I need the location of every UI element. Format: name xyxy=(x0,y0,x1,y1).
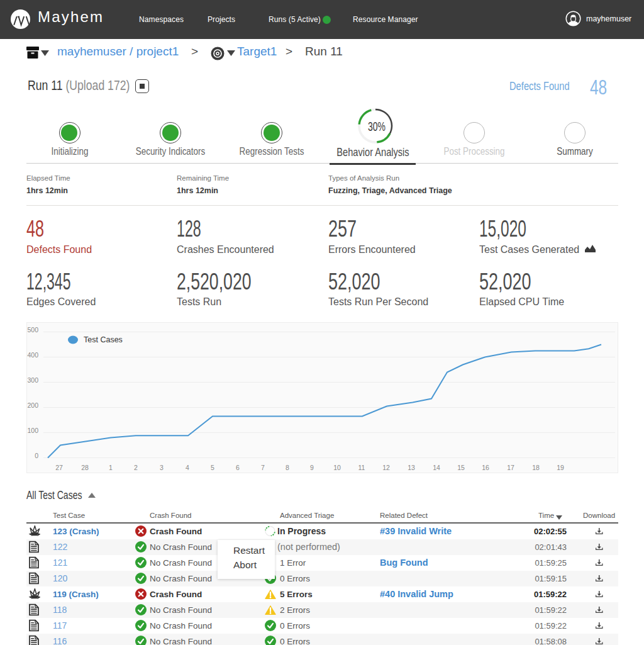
svg-text:2: 2 xyxy=(134,464,138,471)
svg-text:0: 0 xyxy=(35,452,38,459)
svg-text:5: 5 xyxy=(211,464,214,471)
svg-text:200: 200 xyxy=(27,401,38,409)
svg-text:27: 27 xyxy=(55,464,63,471)
svg-text:13: 13 xyxy=(408,464,415,471)
svg-text:4: 4 xyxy=(186,464,189,471)
svg-text:30%: 30% xyxy=(368,120,386,133)
svg-text:16: 16 xyxy=(482,464,489,471)
svg-text:400: 400 xyxy=(27,351,38,359)
svg-text:7: 7 xyxy=(261,464,265,471)
svg-text:28: 28 xyxy=(81,464,89,471)
svg-text:8: 8 xyxy=(286,464,289,471)
svg-text:9: 9 xyxy=(310,464,314,471)
svg-text:6: 6 xyxy=(236,464,240,471)
svg-text:11: 11 xyxy=(358,464,365,471)
svg-text:100: 100 xyxy=(27,427,38,434)
svg-text:19: 19 xyxy=(557,464,564,471)
svg-text:500: 500 xyxy=(27,326,38,334)
svg-text:14: 14 xyxy=(433,464,440,471)
svg-text:18: 18 xyxy=(532,464,540,471)
svg-text:3: 3 xyxy=(160,464,164,471)
svg-text:12: 12 xyxy=(382,464,390,471)
svg-text:300: 300 xyxy=(27,376,38,384)
svg-text:17: 17 xyxy=(507,464,514,471)
svg-text:Test Cases: Test Cases xyxy=(84,335,123,344)
svg-text:1: 1 xyxy=(109,464,113,471)
svg-text:15: 15 xyxy=(457,464,465,471)
svg-text:10: 10 xyxy=(333,464,341,471)
